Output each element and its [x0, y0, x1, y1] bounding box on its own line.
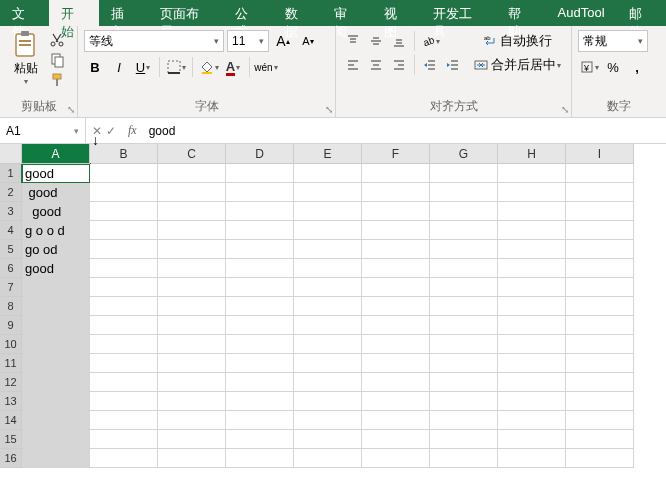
- row-header[interactable]: 14: [0, 411, 22, 430]
- cell-D2[interactable]: [226, 183, 294, 202]
- col-header-B[interactable]: B: [90, 144, 158, 164]
- cell-F9[interactable]: [362, 316, 430, 335]
- cell-B8[interactable]: [90, 297, 158, 316]
- cell-A6[interactable]: good: [22, 259, 90, 278]
- cell-A8[interactable]: [22, 297, 90, 316]
- row-header[interactable]: 4: [0, 221, 22, 240]
- font-launcher-icon[interactable]: ⤡: [325, 104, 333, 115]
- cell-F10[interactable]: [362, 335, 430, 354]
- enter-formula-icon[interactable]: ✓: [106, 124, 116, 138]
- number-format-combo[interactable]: 常规▾: [578, 30, 648, 52]
- cell-E16[interactable]: [294, 449, 362, 468]
- cell-C9[interactable]: [158, 316, 226, 335]
- cell-H15[interactable]: [498, 430, 566, 449]
- wrap-text-button[interactable]: ab 自动换行: [470, 30, 565, 52]
- cell-F13[interactable]: [362, 392, 430, 411]
- row-header[interactable]: 15: [0, 430, 22, 449]
- align-center-icon[interactable]: [365, 54, 387, 76]
- cell-A1[interactable]: good: [22, 164, 90, 183]
- cell-F2[interactable]: [362, 183, 430, 202]
- row-header[interactable]: 16: [0, 449, 22, 468]
- cell-I13[interactable]: [566, 392, 634, 411]
- cell-A16[interactable]: [22, 449, 90, 468]
- cell-D3[interactable]: [226, 202, 294, 221]
- cell-E6[interactable]: [294, 259, 362, 278]
- tab-邮件[interactable]: 邮件: [617, 0, 666, 26]
- bold-button[interactable]: B: [84, 56, 106, 78]
- cell-D16[interactable]: [226, 449, 294, 468]
- cell-B5[interactable]: [90, 240, 158, 259]
- cell-H12[interactable]: [498, 373, 566, 392]
- row-header[interactable]: 11: [0, 354, 22, 373]
- cell-H14[interactable]: [498, 411, 566, 430]
- align-top-icon[interactable]: [342, 30, 364, 52]
- cell-E13[interactable]: [294, 392, 362, 411]
- cell-H4[interactable]: [498, 221, 566, 240]
- cell-G10[interactable]: [430, 335, 498, 354]
- col-header-G[interactable]: G: [430, 144, 498, 164]
- cell-B9[interactable]: [90, 316, 158, 335]
- cut-icon[interactable]: [49, 32, 65, 48]
- cell-I14[interactable]: [566, 411, 634, 430]
- cell-E3[interactable]: [294, 202, 362, 221]
- align-left-icon[interactable]: [342, 54, 364, 76]
- cell-C13[interactable]: [158, 392, 226, 411]
- underline-button[interactable]: U: [132, 56, 154, 78]
- cell-D12[interactable]: [226, 373, 294, 392]
- cell-C7[interactable]: [158, 278, 226, 297]
- cell-B15[interactable]: [90, 430, 158, 449]
- cell-A14[interactable]: [22, 411, 90, 430]
- fill-color-button[interactable]: [198, 56, 220, 78]
- cell-G16[interactable]: [430, 449, 498, 468]
- cell-C5[interactable]: [158, 240, 226, 259]
- cell-I4[interactable]: [566, 221, 634, 240]
- cell-B11[interactable]: [90, 354, 158, 373]
- cell-C15[interactable]: [158, 430, 226, 449]
- cell-B12[interactable]: [90, 373, 158, 392]
- increase-font-icon[interactable]: A▴: [272, 30, 294, 52]
- cell-E2[interactable]: [294, 183, 362, 202]
- cell-H6[interactable]: [498, 259, 566, 278]
- cell-B6[interactable]: [90, 259, 158, 278]
- cell-D6[interactable]: [226, 259, 294, 278]
- cell-A13[interactable]: [22, 392, 90, 411]
- col-header-C[interactable]: C: [158, 144, 226, 164]
- cell-B2[interactable]: [90, 183, 158, 202]
- cell-F16[interactable]: [362, 449, 430, 468]
- cell-I6[interactable]: [566, 259, 634, 278]
- cell-G5[interactable]: [430, 240, 498, 259]
- cell-B3[interactable]: [90, 202, 158, 221]
- merge-center-button[interactable]: 合并后居中: [470, 54, 565, 76]
- tab-帮助[interactable]: 帮助: [496, 0, 545, 26]
- cell-E5[interactable]: [294, 240, 362, 259]
- cell-C16[interactable]: [158, 449, 226, 468]
- cell-I3[interactable]: [566, 202, 634, 221]
- cell-F14[interactable]: [362, 411, 430, 430]
- tab-AudTool[interactable]: AudTool: [546, 0, 617, 26]
- cell-B10[interactable]: [90, 335, 158, 354]
- row-header[interactable]: 3: [0, 202, 22, 221]
- tab-插入[interactable]: 插入: [99, 0, 148, 26]
- row-header[interactable]: 2: [0, 183, 22, 202]
- accounting-format-button[interactable]: ¥: [578, 56, 600, 78]
- cell-I2[interactable]: [566, 183, 634, 202]
- row-header[interactable]: 7: [0, 278, 22, 297]
- cell-I10[interactable]: [566, 335, 634, 354]
- cell-F8[interactable]: [362, 297, 430, 316]
- cell-C2[interactable]: [158, 183, 226, 202]
- increase-indent-icon[interactable]: [442, 54, 464, 76]
- cell-I15[interactable]: [566, 430, 634, 449]
- row-header[interactable]: 12: [0, 373, 22, 392]
- cell-A5[interactable]: go od: [22, 240, 90, 259]
- cell-H10[interactable]: [498, 335, 566, 354]
- cell-C3[interactable]: [158, 202, 226, 221]
- cell-C11[interactable]: [158, 354, 226, 373]
- cell-H5[interactable]: [498, 240, 566, 259]
- cell-G2[interactable]: [430, 183, 498, 202]
- cell-A2[interactable]: good: [22, 183, 90, 202]
- cell-C4[interactable]: [158, 221, 226, 240]
- cell-E15[interactable]: [294, 430, 362, 449]
- formula-input[interactable]: good: [143, 124, 182, 138]
- cell-H11[interactable]: [498, 354, 566, 373]
- cell-I11[interactable]: [566, 354, 634, 373]
